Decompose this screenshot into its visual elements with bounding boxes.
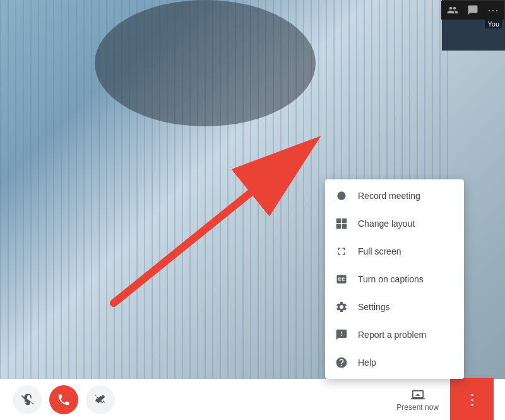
captions-label: Turn on captions (358, 274, 424, 284)
toolbar-controls-right: Present now ⋮ (386, 379, 492, 420)
present-now-label: Present now (396, 403, 439, 412)
menu-item-layout[interactable]: Change layout (325, 210, 464, 237)
context-menu: Record meeting Change layout Full screen (325, 179, 464, 379)
help-label: Help (358, 357, 376, 368)
menu-item-help[interactable]: Help (325, 349, 464, 376)
layout-icon (335, 217, 348, 230)
report-icon (335, 328, 348, 341)
end-call-button[interactable] (49, 385, 78, 414)
thumbnail-top-bar: ⋯ (441, 1, 504, 20)
more-icon: ⋮ (465, 392, 480, 407)
menu-item-record[interactable]: Record meeting (325, 182, 464, 210)
svg-rect-4 (342, 219, 347, 224)
help-icon (335, 356, 348, 369)
svg-rect-6 (342, 224, 347, 229)
bottom-toolbar: Present now ⋮ (0, 379, 505, 420)
video-toggle-button[interactable] (86, 385, 115, 414)
report-label: Report a problem (358, 330, 426, 340)
self-thumbnail: ⋯ You (442, 0, 505, 51)
chat-icon[interactable] (464, 1, 482, 19)
svg-rect-5 (336, 224, 342, 229)
present-now-button[interactable]: Present now (386, 379, 449, 420)
settings-label: Settings (358, 302, 390, 312)
thumbnail-icons: ⋯ (444, 1, 502, 19)
fullscreen-label: Full screen (358, 246, 401, 256)
menu-item-settings[interactable]: Settings (325, 293, 464, 321)
settings-icon (335, 301, 348, 313)
people-icon[interactable] (444, 1, 461, 19)
you-label: You (485, 20, 502, 28)
thumbnail-more-icon[interactable]: ⋯ (484, 1, 502, 19)
toolbar-controls-left (13, 385, 115, 414)
more-options-button[interactable]: ⋮ (451, 379, 492, 420)
shirt-dark-area (95, 0, 316, 126)
svg-rect-3 (336, 219, 342, 224)
record-icon (335, 189, 348, 202)
menu-item-fullscreen[interactable]: Full screen (325, 237, 464, 265)
record-label: Record meeting (358, 191, 420, 201)
menu-item-report[interactable]: Report a problem (325, 321, 464, 349)
present-icon (411, 388, 425, 402)
menu-item-captions[interactable]: Turn on captions (325, 265, 464, 293)
captions-icon (335, 273, 348, 285)
layout-label: Change layout (358, 219, 415, 229)
fullscreen-icon (335, 245, 348, 258)
mute-button[interactable] (13, 385, 42, 414)
svg-point-2 (337, 191, 345, 200)
